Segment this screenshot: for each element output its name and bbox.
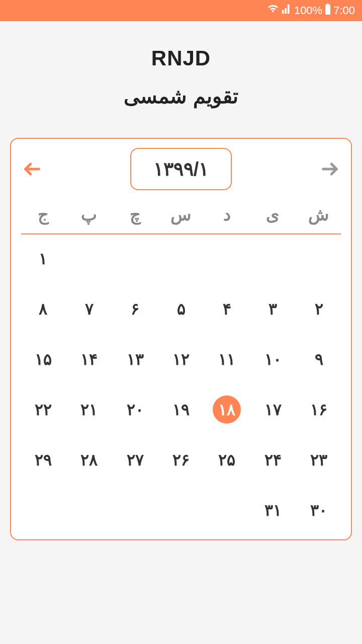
week-day-label: پ [67, 204, 111, 224]
day-cell-empty [67, 245, 111, 273]
week-header: ج پ چ س د ی ش [21, 204, 341, 234]
day-cell[interactable]: ۸ [21, 295, 65, 323]
day-cell[interactable]: ۲۰ [113, 395, 157, 424]
calendar-grid: ۱۸۷۶۵۴۳۲۱۵۱۴۱۳۱۲۱۱۱۰۹۲۲۲۱۲۰۱۹۱۸۱۷۱۶۲۹۲۸۲… [21, 245, 341, 524]
status-bar: 100% 7:00 [0, 0, 362, 21]
day-cell[interactable]: ۱۳ [113, 345, 157, 373]
next-month-button[interactable] [319, 158, 341, 180]
status-icons: 100% 7:00 [267, 3, 355, 18]
day-cell[interactable]: ۲۷ [113, 446, 157, 474]
day-cell[interactable]: ۳۱ [251, 496, 295, 524]
calendar-card: ۱۳۹۹/۱ ج پ چ س د ی ش ۱۸۷۶۵۴۳۲۱۵۱۴۱۳۱۲۱۱۱… [10, 138, 352, 540]
week-day-label: د [205, 204, 249, 224]
svg-rect-0 [325, 5, 330, 15]
week-day-label: ج [21, 204, 65, 224]
day-cell[interactable]: ۶ [113, 295, 157, 323]
day-cell[interactable]: ۲۳ [297, 446, 341, 474]
day-cell[interactable]: ۱۰ [251, 345, 295, 373]
day-cell[interactable]: ۵ [159, 295, 203, 323]
day-cell[interactable]: ۴ [205, 295, 249, 323]
day-cell[interactable]: ۳۰ [297, 496, 341, 524]
day-cell[interactable]: ۱۴ [67, 345, 111, 373]
day-cell[interactable]: ۲ [297, 295, 341, 323]
app-subtitle: تقویم شمسی [0, 85, 362, 108]
signal-icon [281, 4, 292, 18]
clock-time: 7:00 [333, 4, 355, 17]
day-cell[interactable]: ۲۱ [67, 395, 111, 424]
day-cell[interactable]: ۱۲ [159, 345, 203, 373]
prev-month-button[interactable] [21, 158, 43, 180]
battery-percent: 100% [294, 4, 322, 17]
app-title: RNJD [0, 46, 362, 70]
day-cell[interactable]: ۷ [67, 295, 111, 323]
week-day-label: چ [113, 204, 157, 224]
day-cell[interactable]: ۲۸ [67, 446, 111, 474]
day-cell-empty [67, 496, 111, 524]
day-cell-empty [159, 245, 203, 273]
day-cell[interactable]: ۲۹ [21, 446, 65, 474]
wifi-icon [267, 3, 279, 18]
day-cell[interactable]: ۱ [21, 245, 65, 273]
day-cell[interactable]: ۱۷ [251, 395, 295, 424]
day-cell[interactable]: ۲۴ [251, 446, 295, 474]
day-cell-empty [205, 496, 249, 524]
week-day-label: ش [297, 204, 341, 224]
day-cell[interactable]: ۳ [251, 295, 295, 323]
day-cell[interactable]: ۱۶ [297, 395, 341, 424]
day-cell[interactable]: ۲۶ [159, 446, 203, 474]
calendar-header: ۱۳۹۹/۱ [21, 148, 341, 190]
app-header: RNJD تقویم شمسی [0, 21, 362, 128]
day-cell[interactable]: ۹ [297, 345, 341, 373]
day-cell-empty [205, 245, 249, 273]
week-day-label: س [159, 204, 203, 224]
battery-icon [324, 3, 331, 18]
day-cell[interactable]: ۱۱ [205, 345, 249, 373]
svg-rect-1 [327, 4, 329, 5]
day-cell[interactable]: ۲۲ [21, 395, 65, 424]
day-cell[interactable]: ۱۸ [213, 395, 241, 424]
day-cell-empty [21, 496, 65, 524]
day-cell-empty [251, 245, 295, 273]
week-day-label: ی [251, 204, 295, 224]
day-cell-empty [113, 245, 157, 273]
day-cell[interactable]: ۱۵ [21, 345, 65, 373]
day-cell[interactable]: ۲۵ [205, 446, 249, 474]
month-year-label[interactable]: ۱۳۹۹/۱ [130, 148, 232, 190]
day-cell-empty [297, 245, 341, 273]
day-cell[interactable]: ۱۹ [159, 395, 203, 424]
day-cell-empty [113, 496, 157, 524]
day-cell-empty [159, 496, 203, 524]
